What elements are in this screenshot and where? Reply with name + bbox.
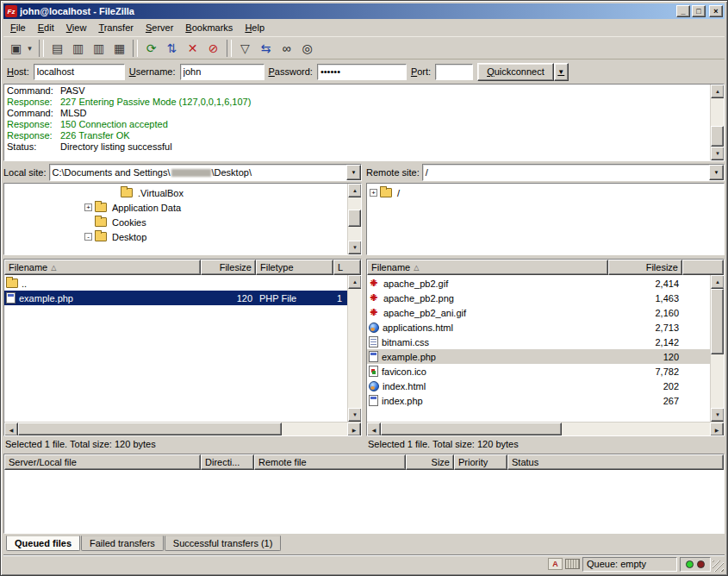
remote-hscrollbar[interactable]: ◀ ▶: [367, 422, 724, 435]
tree-item[interactable]: .VirtualBox: [4, 185, 347, 200]
tree-item[interactable]: + /: [367, 185, 724, 200]
host-input[interactable]: [34, 64, 125, 80]
column-filetype[interactable]: Filetype: [256, 260, 333, 275]
scroll-up-button[interactable]: ▲: [348, 184, 362, 197]
scroll-track[interactable]: [348, 197, 361, 241]
password-input[interactable]: [317, 64, 407, 80]
file-row[interactable]: index.php 267: [367, 393, 710, 408]
local-tree-scrollbar[interactable]: ▲ ▼: [347, 184, 361, 254]
close-button[interactable]: ×: [709, 5, 723, 17]
file-row[interactable]: ..: [4, 276, 347, 291]
column-status[interactable]: Status: [507, 454, 724, 470]
scroll-track[interactable]: [711, 289, 724, 408]
column-filename[interactable]: Filename△: [4, 260, 201, 275]
quickconnect-button[interactable]: Quickconnect: [477, 63, 554, 81]
toggle-message-log-button[interactable]: ▤: [47, 39, 67, 58]
directory-comparison-button[interactable]: ⇆: [256, 39, 276, 58]
column-filesize[interactable]: Filesize: [608, 260, 682, 275]
synchronized-browsing-button[interactable]: ∞: [277, 39, 296, 58]
disconnect-button[interactable]: ⊘: [203, 39, 223, 58]
scroll-down-button[interactable]: ▼: [711, 147, 725, 160]
scroll-down-button[interactable]: ▼: [348, 241, 362, 254]
tab-failed-transfers[interactable]: Failed transfers: [81, 535, 164, 551]
menu-item-server[interactable]: Server: [140, 20, 179, 35]
scroll-thumb[interactable]: [348, 210, 361, 227]
quickconnect-dropdown-button[interactable]: ▼: [554, 63, 569, 81]
scroll-track[interactable]: [711, 98, 724, 147]
username-input[interactable]: [180, 64, 264, 80]
tree-expander[interactable]: +: [84, 203, 92, 211]
cancel-operation-button[interactable]: ✕: [183, 39, 202, 58]
tab-queued-files[interactable]: Queued files: [6, 535, 80, 551]
log-scrollbar[interactable]: ▲ ▼: [710, 85, 724, 160]
file-row[interactable]: example.php 120: [367, 349, 710, 364]
minimize-button[interactable]: _: [676, 5, 690, 17]
scroll-left-button[interactable]: ◀: [4, 423, 18, 436]
file-row[interactable]: bitnami.css 2,142: [367, 335, 710, 349]
scroll-up-button[interactable]: ▲: [711, 85, 725, 98]
file-row[interactable]: apache_pb2.gif 2,414: [367, 276, 710, 291]
toggle-local-tree-button[interactable]: ▥: [68, 39, 88, 58]
file-row[interactable]: example.php 120 PHP File 1: [4, 291, 347, 305]
dropdown-button[interactable]: ▼: [709, 165, 724, 180]
local-hscrollbar[interactable]: ◀ ▶: [4, 422, 361, 435]
scroll-track[interactable]: [18, 423, 347, 435]
menu-item-bookmarks[interactable]: Bookmarks: [179, 20, 239, 35]
scroll-up-button[interactable]: ▲: [711, 275, 724, 289]
file-row[interactable]: apache_pb2_ani.gif 2,160: [367, 305, 710, 320]
column-server-local-file[interactable]: Server/Local file: [4, 454, 201, 470]
scroll-track[interactable]: [348, 289, 361, 408]
dropdown-button[interactable]: ▼: [346, 165, 361, 180]
file-row[interactable]: index.html 202: [367, 379, 710, 393]
tree-item[interactable]: Cookies: [4, 215, 347, 229]
scroll-track[interactable]: [381, 423, 710, 435]
scroll-down-button[interactable]: ▼: [711, 408, 724, 422]
menu-item-view[interactable]: View: [60, 20, 93, 35]
column-filesize[interactable]: Filesize: [201, 260, 256, 275]
scroll-down-button[interactable]: ▼: [348, 408, 361, 422]
file-row[interactable]: favicon.ico 7,782: [367, 364, 710, 379]
column-filename[interactable]: Filename△: [367, 260, 608, 275]
scroll-thumb[interactable]: [711, 289, 724, 354]
remote-list-scrollbar[interactable]: ▲ ▼: [710, 275, 724, 422]
resize-grip[interactable]: [712, 560, 724, 572]
maximize-button[interactable]: □: [692, 5, 706, 17]
port-input[interactable]: [435, 64, 473, 80]
menu-item-edit[interactable]: Edit: [32, 20, 60, 35]
remote-file-list-header: Filename△ Filesize: [367, 260, 724, 275]
find-files-button[interactable]: ◎: [297, 39, 317, 58]
site-manager-dropdown[interactable]: ▾: [24, 39, 35, 58]
column-remote-file[interactable]: Remote file: [254, 454, 406, 470]
scroll-thumb[interactable]: [711, 126, 724, 147]
process-queue-button[interactable]: ⇅: [162, 39, 182, 58]
menu-item-transfer[interactable]: Transfer: [92, 20, 140, 35]
menu-item-file[interactable]: File: [4, 20, 32, 35]
filter-button[interactable]: ▽: [235, 39, 255, 58]
tree-item[interactable]: + Application Data: [4, 200, 347, 215]
scroll-right-button[interactable]: ▶: [710, 423, 724, 436]
scroll-up-button[interactable]: ▲: [348, 275, 361, 289]
column-direction[interactable]: Directi...: [201, 454, 254, 470]
tree-item[interactable]: - Desktop: [4, 229, 347, 244]
site-manager-button[interactable]: ▣: [6, 39, 26, 58]
tree-expander[interactable]: +: [370, 189, 377, 197]
local-list-scrollbar[interactable]: ▲ ▼: [347, 275, 361, 422]
file-row[interactable]: applications.html 2,713: [367, 320, 710, 335]
scroll-right-button[interactable]: ▶: [347, 423, 361, 436]
scroll-thumb[interactable]: [18, 423, 282, 435]
column-priority[interactable]: Priority: [454, 454, 507, 470]
remote-site-combobox[interactable]: / ▼: [422, 164, 725, 181]
tree-expander[interactable]: -: [84, 233, 92, 241]
filename-text: bitnami.css: [382, 337, 429, 347]
local-site-combobox[interactable]: C:\Documents and Settings\\Desktop\ ▼: [49, 164, 362, 181]
tab-successful-transfers[interactable]: Successful transfers (1): [165, 535, 282, 551]
scroll-thumb[interactable]: [381, 423, 562, 435]
toggle-remote-tree-button[interactable]: ▥: [89, 39, 109, 58]
scroll-left-button[interactable]: ◀: [367, 423, 381, 436]
column-size[interactable]: Size: [406, 454, 454, 470]
menu-item-help[interactable]: Help: [239, 20, 271, 35]
refresh-button[interactable]: ⟳: [141, 39, 161, 58]
toggle-queue-button[interactable]: ▦: [109, 39, 129, 58]
file-row[interactable]: apache_pb2.png 1,463: [367, 291, 710, 305]
column-last-modified[interactable]: L: [333, 260, 361, 275]
